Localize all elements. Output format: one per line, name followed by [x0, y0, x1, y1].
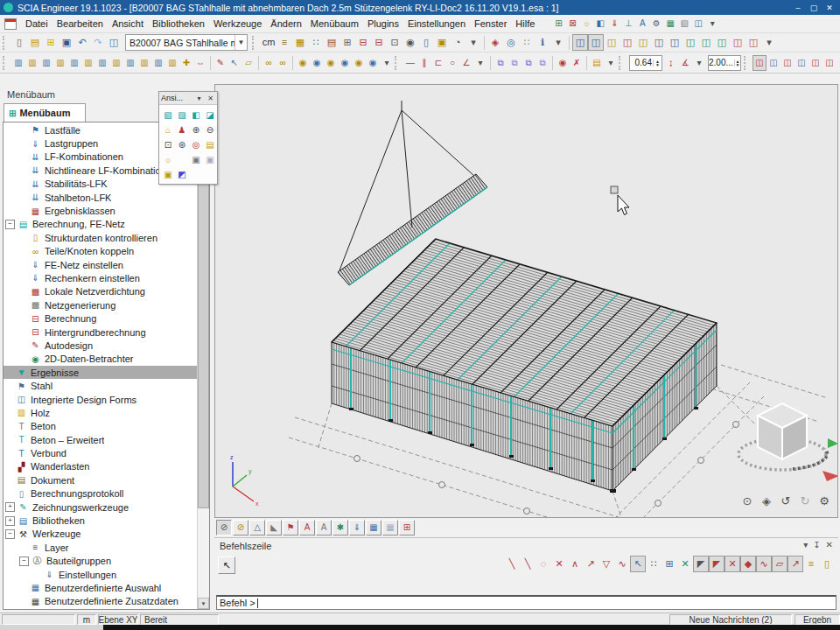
polygon-icon[interactable]: ▱ — [242, 55, 256, 71]
lamp-icon[interactable]: ☼ — [579, 16, 593, 32]
expander-icon[interactable]: − — [19, 556, 29, 566]
toolbar-grip[interactable] — [3, 36, 9, 50]
clip-box-icon[interactable]: ▣ — [161, 167, 175, 181]
toolbar-grip[interactable] — [744, 56, 750, 70]
snap-cross-green-icon[interactable]: ✕ — [677, 556, 693, 572]
load-case-display-icon-4[interactable]: ◫ — [620, 34, 635, 51]
spinner-arrows-icon[interactable]: ▲▼ — [653, 60, 662, 66]
snap-edge-2-icon[interactable]: ◤ — [709, 556, 724, 572]
section-view-icon[interactable]: ▧ — [677, 16, 691, 32]
walk-mode-icon[interactable]: ♟ — [175, 122, 189, 136]
snap-tangent-2-icon[interactable]: ↗ — [788, 556, 803, 572]
tree-item-berechnungsprotokoll[interactable]: ▯ Berechnungsprotokoll — [4, 487, 198, 500]
expander-icon[interactable]: + — [5, 516, 15, 526]
cursor-select-icon[interactable]: ↖ — [228, 55, 242, 71]
explode-icon[interactable]: ✚ — [179, 55, 193, 71]
delete-icon[interactable]: ✗ — [570, 55, 584, 71]
snap-line-icon[interactable]: ╲ — [504, 556, 520, 572]
expander-icon[interactable] — [19, 207, 27, 215]
render-mode-icon[interactable]: ◧ — [593, 16, 607, 32]
menu-plugins[interactable]: Plugins — [363, 17, 403, 31]
overflow-icon[interactable]: ▾ — [466, 34, 481, 51]
angle-spinner[interactable]: 2.00... ▲▼ — [708, 55, 741, 71]
extend-icon[interactable]: ▥ — [123, 55, 137, 71]
clipping-2-icon[interactable]: ⊘ — [233, 520, 248, 536]
minimize-button[interactable]: – — [791, 3, 805, 13]
nav-orbit-2-icon[interactable]: ↻ — [798, 494, 812, 508]
line-icon[interactable]: — — [403, 55, 417, 71]
expander-icon[interactable] — [5, 450, 13, 458]
parallel-icon[interactable]: ∥ — [417, 55, 431, 71]
tree-item-beton-erweitert[interactable]: T Beton – Erweitert — [4, 433, 198, 446]
copy-data-icon[interactable]: ⧉ — [522, 55, 536, 71]
load-case-display-icon-10[interactable]: ◫ — [714, 34, 730, 51]
status-plane-cell[interactable]: Ebene XY — [98, 614, 138, 625]
close-window-icon[interactable]: ⊠ — [565, 16, 579, 32]
print-preview-icon[interactable]: ◉ — [402, 34, 418, 51]
palette-header[interactable]: Ansi... ▾ ✕ — [159, 92, 217, 105]
expander-icon[interactable] — [5, 382, 13, 390]
load-case-display-icon-9[interactable]: ◫ — [698, 34, 714, 51]
angle-icon[interactable]: ∠ — [459, 55, 473, 71]
join-icon[interactable]: ▥ — [151, 55, 165, 71]
expander-icon[interactable] — [5, 476, 13, 484]
menu-aendern[interactable]: Ändern — [266, 17, 305, 31]
tree-item-strukturdaten-kontrollieren[interactable]: ▯ Strukturdaten kontrollieren — [4, 231, 198, 244]
load-display-icon[interactable]: ⇓ — [349, 520, 365, 536]
panel-menu-icon[interactable]: ▾ — [803, 540, 808, 550]
tree-item-hintergrundberechnung[interactable]: ⊟ Hintergrundberechnung — [4, 326, 198, 339]
expander-icon[interactable] — [19, 341, 27, 349]
expander-icon[interactable] — [19, 180, 27, 188]
find-icon[interactable]: ◎ — [503, 34, 519, 51]
tree-item-ergebnisse[interactable]: ▼ Ergebnisse — [4, 366, 198, 379]
paper-clock-icon[interactable]: ◔ — [450, 34, 466, 51]
offset-icon[interactable]: ⊏ — [431, 55, 445, 71]
save-icon[interactable]: ▣ — [59, 34, 74, 51]
connect-check-icon[interactable]: ◈ — [487, 34, 503, 51]
redo-icon[interactable]: ↷ — [90, 34, 106, 51]
tree-window-icon[interactable]: ⊞ — [551, 16, 565, 32]
menu-bearbeiten[interactable]: Bearbeiten — [52, 17, 108, 31]
photo-icon[interactable]: ▣ — [189, 152, 203, 166]
view-top-icon[interactable]: ▧ — [161, 108, 175, 122]
show-labels-icon[interactable]: A — [635, 16, 649, 32]
nav-cube-icon[interactable]: ◈ — [760, 494, 774, 508]
expander-icon[interactable] — [5, 490, 13, 498]
angle-step-icon[interactable]: ∡ — [678, 55, 692, 71]
result-display-icon-4[interactable]: ◫ — [794, 55, 808, 71]
snap-x-icon[interactable]: ✕ — [724, 556, 740, 572]
clipping-icon[interactable]: ⊘ — [216, 520, 232, 536]
maximize-button[interactable]: ▢ — [807, 3, 821, 13]
info-icon[interactable]: ℹ — [535, 34, 550, 51]
nav-zoom-icon[interactable]: ⊙ — [740, 494, 754, 508]
panel-close-icon[interactable]: ✕ — [826, 540, 833, 550]
folder-open-icon[interactable]: ▤ — [590, 55, 604, 71]
circle-icon[interactable]: ○ — [445, 55, 459, 71]
tree-item-benutzerdefinierte-zusatzdaten[interactable]: ▦ Benutzerdefinierte Zusatzdaten — [4, 595, 198, 608]
show-loads-icon[interactable]: ⇓ — [607, 16, 621, 32]
view-side-icon[interactable]: ◧ — [189, 108, 203, 122]
filter-icon-1[interactable]: ◉ — [296, 55, 310, 71]
snap-off-icon[interactable]: ✕ — [551, 556, 567, 572]
scale-spinner[interactable]: 0.64 ▲▼ — [629, 55, 662, 71]
axes-marker-icon[interactable]: △ — [249, 520, 265, 536]
overflow-icon[interactable]: ▾ — [380, 55, 394, 71]
load-case-display-icon-8[interactable]: ◫ — [682, 34, 698, 51]
toolbar-grip[interactable] — [252, 36, 258, 50]
snap-endpoint-icon[interactable]: ∧ — [567, 556, 583, 572]
tree-item-zeichnungswerkzeuge[interactable]: + ✎ Zeichnungswerkzeuge — [4, 500, 198, 514]
tree-item-beton[interactable]: T Beton — [4, 420, 198, 433]
dot-pair-icon-1[interactable]: ∞ — [262, 55, 276, 71]
light-icon[interactable]: ☼ — [161, 152, 175, 166]
tree-item-dokument[interactable]: ▤ Dokument — [4, 473, 198, 486]
load-case-display-icon-12[interactable]: ◫ — [746, 34, 761, 51]
mirror-icon[interactable]: ▥ — [67, 55, 81, 71]
reverse-icon[interactable]: ⇔ — [193, 55, 207, 71]
tree-item-verbund[interactable]: T Verbund — [4, 446, 198, 459]
panel-pin-icon[interactable]: ↧ — [813, 540, 820, 550]
toolbar-grip[interactable] — [3, 56, 9, 70]
import-icon[interactable]: ⊞ — [43, 34, 59, 51]
tree-item-autodesign[interactable]: ✎ Autodesign — [4, 339, 198, 352]
tree-item-stahl[interactable]: ⚑ Stahl — [4, 379, 198, 392]
solver-2-icon[interactable]: ⊟ — [371, 34, 387, 51]
